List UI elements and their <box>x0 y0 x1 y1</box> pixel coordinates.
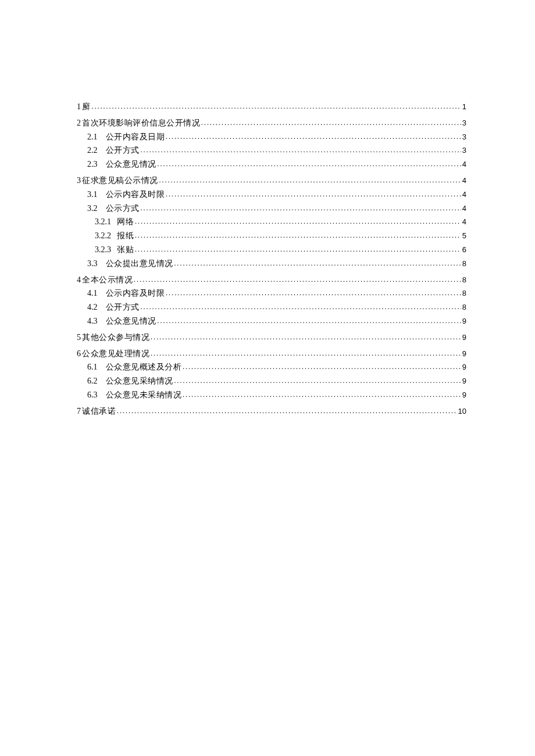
toc-number: 3 <box>77 174 81 188</box>
toc-entry[interactable]: 5其他公众参与情况9 <box>77 331 466 345</box>
toc-page-number: 3 <box>462 144 466 157</box>
toc-page-number: 8 <box>462 301 466 314</box>
toc-page-number: 9 <box>462 375 466 388</box>
toc-page-number: 4 <box>462 202 466 215</box>
toc-page-number: 9 <box>462 347 466 360</box>
toc-title: 其他公众参与情况 <box>82 331 149 345</box>
toc-leader-dots <box>135 230 461 241</box>
toc-page-number: 9 <box>462 315 466 328</box>
toc-entry[interactable]: 6.3公众意见未采纳情况9 <box>77 388 466 402</box>
toc-leader-dots <box>166 287 461 299</box>
toc-leader-dots <box>158 158 461 170</box>
toc-title: 公开方式 <box>106 144 140 157</box>
toc-entry[interactable]: 1廯1 <box>77 100 466 114</box>
toc-leader-dots <box>166 188 461 200</box>
toc-page-number: 5 <box>462 230 466 242</box>
toc-page-number: 8 <box>462 274 466 286</box>
toc-number: 4 <box>77 273 81 287</box>
toc-entry[interactable]: 2.1公开内容及日期3 <box>77 130 466 144</box>
toc-entry[interactable]: 6.2公众意见采纳情况9 <box>77 374 466 388</box>
toc-leader-dots <box>151 331 461 343</box>
toc-number: 3.3 <box>87 257 98 271</box>
toc-number: 3.2.2 <box>95 229 111 243</box>
toc-page-number: 6 <box>462 243 466 256</box>
toc-leader-dots <box>174 257 461 269</box>
toc-entry[interactable]: 3.3公众提出意见情况8 <box>77 257 466 271</box>
toc-entry[interactable]: 3.2.3张贴6 <box>77 243 466 257</box>
toc-leader-dots <box>92 101 461 112</box>
toc-page-number: 1 <box>462 101 466 113</box>
toc-entry[interactable]: 2首次环境影响评价信息公开情况3 <box>77 116 466 130</box>
toc-number: 2.1 <box>87 130 98 144</box>
toc-number: 7 <box>77 404 81 418</box>
toc-entry[interactable]: 3.2.2报纸5 <box>77 229 466 243</box>
toc-leader-dots <box>135 243 461 255</box>
toc-leader-dots <box>159 174 461 186</box>
toc-title: 公众意见情况 <box>106 314 156 328</box>
toc-number: 3.1 <box>87 188 98 202</box>
toc-entry[interactable]: 4全本公示情况8 <box>77 273 466 287</box>
toc-number: 3.2.3 <box>95 243 111 257</box>
toc-title: 公众意见未采纳情况 <box>106 388 182 402</box>
toc-leader-dots <box>117 405 457 417</box>
toc-page-number: 8 <box>462 257 466 270</box>
toc-number: 4.1 <box>87 286 98 300</box>
table-of-contents: 1廯12首次环境影响评价信息公开情况32.1公开内容及日期32.2公开方式32.… <box>77 100 466 418</box>
toc-number: 6.1 <box>87 360 98 374</box>
toc-entry[interactable]: 4.2公开方式8 <box>77 300 466 314</box>
toc-entry[interactable]: 2.2公开方式3 <box>77 144 466 157</box>
toc-leader-dots <box>151 347 461 359</box>
toc-number: 6.3 <box>87 388 98 402</box>
toc-leader-dots <box>183 389 461 400</box>
toc-title: 公示内容及时限 <box>106 188 165 202</box>
toc-leader-dots <box>166 131 461 142</box>
toc-title: 公示方式 <box>106 202 140 216</box>
toc-page-number: 10 <box>458 405 466 418</box>
toc-number: 4.3 <box>87 314 98 328</box>
toc-entry[interactable]: 3.2.1网络4 <box>77 215 466 229</box>
toc-entry[interactable]: 3.1公示内容及时限4 <box>77 188 466 202</box>
toc-entry[interactable]: 4.1公示内容及时限8 <box>77 286 466 300</box>
toc-title: 公众意见情况 <box>106 157 156 171</box>
toc-number: 5 <box>77 331 81 345</box>
toc-title: 公开内容及日期 <box>106 130 165 144</box>
toc-entry[interactable]: 2.3公众意见情况4 <box>77 157 466 171</box>
toc-entry[interactable]: 6.1公众意见概述及分析9 <box>77 360 466 374</box>
toc-page-number: 9 <box>462 361 466 374</box>
toc-number: 4.2 <box>87 300 98 314</box>
toc-entry[interactable]: 7诚信承诺10 <box>77 404 466 418</box>
toc-leader-dots <box>174 375 461 386</box>
toc-number: 3.2 <box>87 202 98 216</box>
toc-title: 首次环境影响评价信息公开情况 <box>82 116 200 130</box>
toc-entry[interactable]: 6公众意见处理情况9 <box>77 347 466 361</box>
toc-page-number: 9 <box>462 331 466 344</box>
toc-page-number: 4 <box>462 174 466 187</box>
toc-title: 网络 <box>117 215 134 229</box>
toc-page-number: 3 <box>462 131 466 144</box>
toc-leader-dots <box>134 274 461 285</box>
toc-title: 张贴 <box>117 243 134 257</box>
toc-title: 征求意见稿公示情况 <box>82 174 158 188</box>
toc-number: 1 <box>77 100 81 114</box>
toc-title: 公众意见处理情况 <box>82 347 149 361</box>
toc-number: 6.2 <box>87 374 98 388</box>
toc-page-number: 3 <box>462 117 466 130</box>
toc-entry[interactable]: 4.3公众意见情况9 <box>77 314 466 328</box>
toc-page-number: 4 <box>462 216 466 228</box>
toc-title: 公众意见采纳情况 <box>106 374 173 388</box>
toc-leader-dots <box>135 216 461 227</box>
toc-leader-dots <box>141 202 461 214</box>
toc-page-number: 4 <box>462 188 466 201</box>
toc-entry[interactable]: 3征求意见稿公示情况4 <box>77 174 466 188</box>
toc-title: 诚信承诺 <box>82 404 116 418</box>
toc-entry[interactable]: 3.2公示方式4 <box>77 202 466 216</box>
toc-leader-dots <box>183 361 461 372</box>
toc-leader-dots <box>201 117 461 128</box>
toc-page-number: 8 <box>462 287 466 300</box>
toc-title: 公众意见概述及分析 <box>106 360 182 374</box>
toc-number: 2 <box>77 116 81 130</box>
toc-title: 公开方式 <box>106 300 140 314</box>
toc-title: 廯 <box>82 100 91 114</box>
toc-title: 公示内容及时限 <box>106 286 165 300</box>
toc-number: 2.2 <box>87 144 98 157</box>
